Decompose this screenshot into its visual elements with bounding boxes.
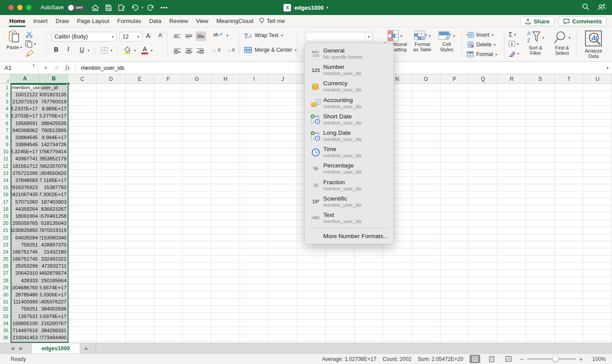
- cell-e32[interactable]: [126, 306, 154, 313]
- row-header-23[interactable]: 23: [0, 241, 11, 248]
- cell-s19[interactable]: [526, 212, 555, 220]
- cell-o3[interactable]: [412, 98, 440, 105]
- column-header-u[interactable]: U: [583, 74, 612, 84]
- cell-s9[interactable]: [526, 141, 555, 148]
- cell-u22[interactable]: [583, 234, 612, 241]
- cell-e17[interactable]: [126, 198, 154, 205]
- cell-b22[interactable]: 2153060340: [40, 234, 69, 241]
- cell-f25[interactable]: [154, 256, 183, 263]
- cell-t25[interactable]: [555, 256, 584, 263]
- cell-s2[interactable]: [526, 91, 555, 98]
- cell-t20[interactable]: [555, 220, 584, 227]
- cell-g30[interactable]: [183, 291, 211, 298]
- cell-d20[interactable]: [97, 220, 126, 227]
- cell-p19[interactable]: [440, 212, 469, 220]
- cell-q14[interactable]: [469, 177, 497, 184]
- cell-c1[interactable]: [68, 84, 97, 91]
- cell-f31[interactable]: [154, 299, 183, 306]
- cell-c15[interactable]: [68, 184, 97, 191]
- cell-a14[interactable]: 37848583: [11, 177, 40, 184]
- cell-a20[interactable]: 255059765: [11, 220, 40, 227]
- cell-s13[interactable]: [526, 170, 555, 177]
- cell-d7[interactable]: [97, 127, 126, 134]
- cell-j9[interactable]: [268, 141, 297, 148]
- cell-q30[interactable]: [469, 291, 497, 298]
- cell-g19[interactable]: [183, 212, 211, 220]
- cell-d32[interactable]: [97, 306, 126, 313]
- cell-s16[interactable]: [526, 191, 555, 198]
- cell-t21[interactable]: [555, 227, 584, 234]
- align-top-button[interactable]: [172, 32, 182, 41]
- cell-d34[interactable]: [97, 320, 126, 327]
- row-header-17[interactable]: 17: [0, 198, 11, 205]
- cell-d12[interactable]: [97, 163, 126, 170]
- cell-r5[interactable]: [497, 113, 526, 120]
- cell-u7[interactable]: [583, 127, 612, 134]
- cell-q9[interactable]: [469, 141, 497, 148]
- cell-u6[interactable]: [583, 120, 612, 127]
- cell-h4[interactable]: [211, 106, 240, 113]
- cell-f13[interactable]: [154, 170, 183, 177]
- cell-c10[interactable]: [68, 148, 97, 155]
- row-header-27[interactable]: 27: [0, 270, 11, 277]
- row-header-36[interactable]: 36: [0, 334, 11, 341]
- cell-o4[interactable]: [412, 106, 440, 113]
- cell-o35[interactable]: [412, 327, 440, 334]
- cell-c31[interactable]: [68, 299, 97, 306]
- cell-b5[interactable]: 8.2776E+17: [40, 113, 69, 120]
- cell-k25[interactable]: [297, 256, 326, 263]
- font-color-button[interactable]: A: [142, 46, 148, 54]
- cell-o10[interactable]: [412, 148, 440, 155]
- share-people-icon[interactable]: [597, 4, 606, 12]
- row-header-29[interactable]: 29: [0, 284, 11, 291]
- ribbon-tab-view[interactable]: View: [192, 15, 212, 27]
- cell-m32[interactable]: [355, 306, 383, 313]
- cell-i26[interactable]: [240, 263, 269, 270]
- italic-button[interactable]: I: [67, 46, 69, 53]
- cell-i8[interactable]: [240, 134, 269, 141]
- cell-h25[interactable]: [211, 256, 240, 263]
- row-header-21[interactable]: 21: [0, 227, 11, 234]
- cell-p36[interactable]: [440, 334, 469, 341]
- cell-i3[interactable]: [240, 98, 269, 105]
- row-header-9[interactable]: 9: [0, 141, 11, 148]
- cell-d5[interactable]: [97, 113, 126, 120]
- cell-s14[interactable]: [526, 177, 555, 184]
- share-button[interactable]: Share: [520, 16, 555, 26]
- cell-u25[interactable]: [583, 256, 612, 263]
- cell-c16[interactable]: [68, 191, 97, 198]
- menu-item-accounting[interactable]: Accountingmention_user_ids: [305, 95, 394, 111]
- cell-f15[interactable]: [154, 184, 183, 191]
- cell-b3[interactable]: 767760019: [40, 98, 69, 105]
- cell-j20[interactable]: [268, 220, 297, 227]
- cell-u1[interactable]: [583, 84, 612, 91]
- row-header-1[interactable]: 1: [0, 84, 11, 91]
- cell-j22[interactable]: [268, 234, 297, 241]
- cell-f6[interactable]: [154, 120, 183, 127]
- cell-o28[interactable]: [412, 277, 440, 284]
- cell-p31[interactable]: [440, 299, 469, 306]
- cell-e34[interactable]: [126, 320, 154, 327]
- cell-f22[interactable]: [154, 234, 183, 241]
- cell-a11[interactable]: 43967741: [11, 155, 40, 163]
- cell-t1[interactable]: [555, 84, 584, 91]
- cell-d11[interactable]: [97, 155, 126, 163]
- cell-g18[interactable]: [183, 205, 211, 212]
- cell-d10[interactable]: [97, 148, 126, 155]
- cell-e3[interactable]: [126, 98, 154, 105]
- cell-e25[interactable]: [126, 256, 154, 263]
- add-sheet-button[interactable]: +: [80, 345, 93, 352]
- cell-t22[interactable]: [555, 234, 584, 241]
- cell-t31[interactable]: [555, 299, 584, 306]
- cell-b19[interactable]: 1570491258: [40, 212, 69, 220]
- cell-p27[interactable]: [440, 270, 469, 277]
- cell-j30[interactable]: [268, 291, 297, 298]
- cell-h8[interactable]: [211, 134, 240, 141]
- cell-e12[interactable]: [126, 163, 154, 170]
- cell-k27[interactable]: [297, 270, 326, 277]
- cell-u4[interactable]: [583, 106, 612, 113]
- zoom-out-button[interactable]: −: [520, 356, 524, 363]
- column-header-r[interactable]: R: [497, 74, 526, 84]
- align-center-button[interactable]: [184, 47, 194, 56]
- cell-n31[interactable]: [383, 299, 412, 306]
